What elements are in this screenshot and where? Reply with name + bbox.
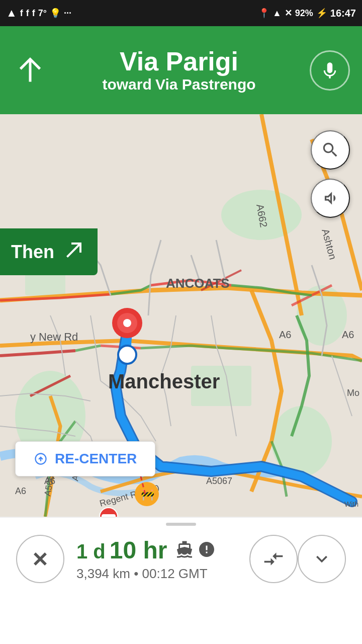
street-name: Via Parigi xyxy=(48,47,310,76)
then-turn-arrow xyxy=(62,237,86,266)
signal-icon: ▲ xyxy=(6,7,17,20)
svg-text:A6: A6 xyxy=(15,486,26,496)
toward-label: toward xyxy=(102,76,151,93)
status-bar: ▲ f f f 7° 💡 ··· 📍 ▲ ✕ 92% ⚡ 16:47 xyxy=(0,0,362,26)
mic-button[interactable] xyxy=(310,50,350,91)
svg-text:ANCOATS: ANCOATS xyxy=(166,276,230,291)
recenter-label: RE-CENTER xyxy=(55,451,137,467)
nav-text-block: Via Parigi toward Via Pastrengo xyxy=(48,47,310,93)
then-banner: Then xyxy=(0,228,98,275)
trip-separator: • xyxy=(134,566,138,581)
expand-panel-button[interactable] xyxy=(298,535,346,583)
fb-icon3: f xyxy=(32,8,35,19)
temp-text: 7° xyxy=(38,8,47,19)
status-left: ▲ f f f 7° 💡 ··· xyxy=(6,7,71,20)
map-sound-button[interactable] xyxy=(311,179,350,218)
toward-street: Via Pastrengo xyxy=(155,76,256,93)
trip-gmt: 00:12 GMT xyxy=(142,566,208,581)
svg-text:A6: A6 xyxy=(279,329,291,340)
trip-type-icons xyxy=(175,540,216,558)
trip-details-row: 3,394 km • 00:12 GMT xyxy=(76,566,237,582)
location-icon: 📍 xyxy=(258,8,269,19)
signal-off-icon: ✕ xyxy=(285,8,292,19)
svg-point-27 xyxy=(123,319,131,327)
trip-info: 1 d 10 hr 3,394 km • 00:12 GMT xyxy=(64,536,249,582)
svg-text:A5067: A5067 xyxy=(206,476,232,486)
svg-text:A6: A6 xyxy=(44,476,55,486)
cancel-navigation-button[interactable] xyxy=(16,535,64,583)
svg-text:🚧: 🚧 xyxy=(141,488,155,501)
wifi-icon: ▲ xyxy=(273,8,282,19)
alt-route-button[interactable] xyxy=(249,535,298,583)
map-search-button[interactable] xyxy=(311,130,350,170)
svg-text:Mo: Mo xyxy=(347,388,359,398)
svg-rect-32 xyxy=(102,514,116,517)
svg-text:Princ: Princ xyxy=(322,516,342,517)
bottom-panel: 1 d 10 hr 3,394 km • 00:12 GMT xyxy=(0,517,362,644)
recenter-button[interactable]: RE-CENTER xyxy=(15,441,155,476)
ferry-icon xyxy=(175,540,194,558)
alert-icon xyxy=(198,540,216,558)
then-label: Then xyxy=(11,242,54,263)
direction-arrow xyxy=(12,52,48,89)
svg-point-28 xyxy=(118,346,136,364)
status-right: 📍 ▲ ✕ 92% ⚡ 16:47 xyxy=(258,8,356,19)
trip-hours: 10 hr xyxy=(110,536,167,564)
bulb-icon: 💡 xyxy=(50,8,61,19)
toward-text: toward Via Pastrengo xyxy=(48,76,310,93)
fb-icon2: f xyxy=(26,8,29,19)
charging-icon: ⚡ xyxy=(316,8,327,19)
trip-duration: 1 d 10 hr xyxy=(76,536,237,564)
svg-text:Manchester: Manchester xyxy=(108,370,220,392)
map-area[interactable]: A662 Ashton A6 A6 A5063 A5066 Regent Rd … xyxy=(0,114,362,517)
dots-icon: ··· xyxy=(64,8,71,19)
svg-text:A6: A6 xyxy=(342,329,354,340)
svg-text:HULME: HULME xyxy=(251,515,298,517)
nav-header: Via Parigi toward Via Pastrengo xyxy=(0,26,362,114)
clock: 16:47 xyxy=(330,8,356,19)
battery-text: 92% xyxy=(295,8,313,19)
trip-distance: 3,394 km xyxy=(76,566,130,581)
fb-icon1: f xyxy=(20,8,23,19)
svg-text:With: With xyxy=(344,500,358,508)
bottom-controls: 1 d 10 hr 3,394 km • 00:12 GMT xyxy=(0,526,362,592)
trip-days: 1 d xyxy=(76,540,106,563)
svg-text:y New Rd: y New Rd xyxy=(30,331,78,343)
